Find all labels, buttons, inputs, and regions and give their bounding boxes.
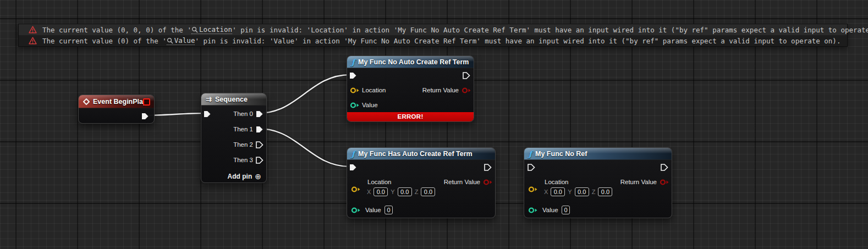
warning-icon bbox=[29, 37, 37, 45]
axis-x-label: X bbox=[544, 188, 548, 196]
axis-z-label: Z bbox=[415, 188, 419, 196]
return-value-label: Return Value bbox=[620, 178, 657, 186]
value-input[interactable]: 0 bbox=[384, 206, 393, 214]
return-value-output-pin[interactable] bbox=[483, 179, 493, 186]
return-value-label: Return Value bbox=[444, 178, 480, 186]
event-red-box-icon bbox=[143, 98, 150, 106]
error-text-pre: The current value (0, 0, 0) of the ' bbox=[42, 26, 191, 34]
axis-z-input[interactable]: 0.0 bbox=[421, 187, 435, 196]
search-icon bbox=[191, 26, 198, 33]
wire-then1-to-func-has-auto bbox=[259, 129, 350, 167]
node-error-banner: ERROR! bbox=[347, 112, 474, 121]
axis-y-input[interactable]: 0.0 bbox=[398, 187, 412, 196]
axis-x-label: X bbox=[367, 188, 371, 196]
node-my-func-no-auto-create-ref-term[interactable]: ƒ My Func No Auto Create Ref Term Locati… bbox=[347, 56, 474, 122]
value-input-pin[interactable] bbox=[528, 207, 538, 214]
axis-y-input[interactable]: 0.0 bbox=[575, 187, 589, 196]
node-sequence[interactable]: ⇉ Sequence Then 0 Then 1 Then 2 Then 3 A… bbox=[201, 93, 267, 183]
value-pin-label: Value bbox=[362, 101, 378, 109]
return-value-label: Return Value bbox=[422, 86, 459, 94]
sequence-icon: ⇉ bbox=[206, 96, 212, 103]
location-input-pin[interactable] bbox=[350, 87, 360, 94]
compiler-error-panel: The current value (0, 0, 0) of the ' Loc… bbox=[18, 24, 848, 47]
node-header[interactable]: ƒ My Func No Auto Create Ref Term bbox=[347, 56, 474, 68]
exec-output-pin[interactable] bbox=[660, 163, 668, 171]
exec-input-pin[interactable] bbox=[203, 110, 211, 118]
exec-output-pin[interactable] bbox=[462, 71, 470, 80]
warning-icon bbox=[29, 26, 37, 34]
then-pin-label: Then 3 bbox=[233, 156, 253, 164]
function-icon: ƒ bbox=[529, 150, 532, 158]
exec-input-pin[interactable] bbox=[527, 163, 535, 171]
node-title: Event BeginPlay bbox=[93, 98, 147, 106]
location-pin-label: Location bbox=[545, 178, 568, 186]
axis-y-label: Y bbox=[568, 188, 572, 196]
value-pin-label: Value bbox=[365, 206, 381, 214]
node-header[interactable]: ƒ My Func Has Auto Create Ref Term bbox=[347, 148, 495, 160]
location-input-pin[interactable] bbox=[351, 186, 361, 193]
return-value-output-pin[interactable] bbox=[462, 87, 471, 94]
error-text-post: ' pin is invalid: 'Location' in action '… bbox=[232, 26, 868, 34]
error-pin-link[interactable]: Location bbox=[191, 25, 232, 34]
location-input-pin[interactable] bbox=[528, 186, 538, 193]
then-pin-label: Then 1 bbox=[233, 125, 253, 133]
node-header[interactable]: ⇉ Sequence bbox=[201, 93, 266, 106]
node-my-func-has-auto-create-ref-term[interactable]: ƒ My Func Has Auto Create Ref Term Locat… bbox=[347, 147, 496, 218]
error-text-post: ' pin is invalid: 'Value' in action 'My … bbox=[195, 37, 840, 45]
then-2-output-pin[interactable] bbox=[255, 141, 263, 149]
add-pin-button[interactable]: Add pin⊕ bbox=[228, 173, 261, 180]
value-input[interactable]: 0 bbox=[562, 206, 570, 214]
axis-x-input[interactable]: 0.0 bbox=[551, 187, 565, 196]
exec-output-pin[interactable] bbox=[141, 112, 149, 120]
blueprint-graph-canvas[interactable]: The current value (0, 0, 0) of the ' Loc… bbox=[0, 0, 868, 249]
event-diamond-icon bbox=[83, 98, 90, 105]
wire-then0-to-func-no-auto bbox=[259, 75, 350, 113]
node-title: Sequence bbox=[215, 96, 248, 103]
node-event-beginplay[interactable]: Event BeginPlay bbox=[78, 95, 155, 124]
location-pin-label: Location bbox=[362, 86, 386, 94]
axis-z-input[interactable]: 0.0 bbox=[598, 187, 612, 196]
exec-output-pin[interactable] bbox=[484, 163, 492, 171]
node-title: My Func No Auto Create Ref Term bbox=[358, 58, 469, 66]
return-value-output-pin[interactable] bbox=[660, 179, 669, 186]
vector-input-row: X 0.0 Y 0.0 Z 0.0 bbox=[544, 187, 612, 196]
function-icon: ƒ bbox=[351, 58, 355, 66]
node-header[interactable]: ƒ My Func No Ref bbox=[524, 148, 672, 160]
axis-z-label: Z bbox=[592, 188, 596, 196]
value-input-pin[interactable] bbox=[351, 207, 361, 214]
exec-input-pin[interactable] bbox=[349, 71, 357, 80]
function-icon: ƒ bbox=[351, 150, 355, 158]
add-pin-icon: ⊕ bbox=[255, 173, 261, 180]
error-message-row[interactable]: The current value (0) of the ' Value ' p… bbox=[19, 35, 847, 46]
axis-x-input[interactable]: 0.0 bbox=[373, 187, 388, 196]
search-icon bbox=[167, 37, 173, 44]
then-pin-label: Then 2 bbox=[233, 141, 253, 148]
location-pin-label: Location bbox=[367, 178, 391, 186]
node-my-func-no-ref[interactable]: ƒ My Func No Ref Location X 0.0 Y 0.0 Z … bbox=[524, 147, 672, 218]
error-pin-link[interactable]: Value bbox=[167, 36, 195, 45]
then-0-output-pin[interactable] bbox=[255, 110, 263, 118]
node-header[interactable]: Event BeginPlay bbox=[79, 95, 154, 108]
then-1-output-pin[interactable] bbox=[255, 125, 263, 134]
then-3-output-pin[interactable] bbox=[255, 156, 263, 164]
axis-y-label: Y bbox=[391, 188, 394, 196]
exec-input-pin[interactable] bbox=[349, 163, 357, 171]
error-message-row[interactable]: The current value (0, 0, 0) of the ' Loc… bbox=[19, 24, 847, 35]
node-title: My Func Has Auto Create Ref Term bbox=[358, 150, 473, 158]
then-pin-label: Then 0 bbox=[233, 110, 253, 118]
value-input-pin[interactable] bbox=[350, 102, 360, 109]
error-text-pre: The current value (0) of the ' bbox=[42, 37, 167, 45]
node-title: My Func No Ref bbox=[535, 150, 587, 158]
vector-input-row: X 0.0 Y 0.0 Z 0.0 bbox=[367, 187, 435, 196]
value-pin-label: Value bbox=[542, 206, 558, 214]
